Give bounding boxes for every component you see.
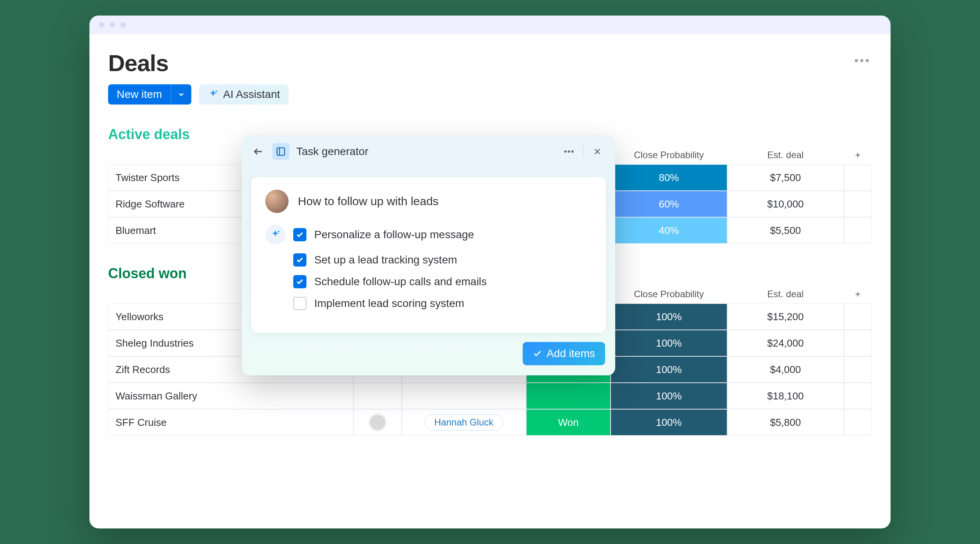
panel-icon bbox=[272, 143, 289, 160]
col-est-deal[interactable]: Est. deal bbox=[727, 146, 844, 164]
deal-value-cell[interactable]: $24,000 bbox=[727, 330, 844, 356]
owner-avatar[interactable] bbox=[369, 414, 386, 431]
ai-assistant-button[interactable]: AI Assistant bbox=[199, 84, 289, 105]
svg-rect-2 bbox=[277, 148, 285, 155]
page-title: Deals bbox=[108, 50, 168, 77]
add-column-icon[interactable]: + bbox=[844, 146, 872, 164]
check-icon bbox=[533, 349, 542, 358]
blank-cell bbox=[844, 164, 872, 191]
deal-value-cell[interactable]: $5,800 bbox=[727, 409, 844, 436]
deal-name[interactable]: Waissman Gallery bbox=[108, 383, 354, 409]
task-generator-panel: Task generator How to follow up with lea… bbox=[242, 135, 615, 375]
col-close-probability[interactable]: Close Probability bbox=[611, 285, 727, 303]
blank-cell bbox=[844, 191, 872, 217]
deal-name[interactable]: SFF Cruise bbox=[108, 409, 354, 436]
app-window: Deals New item AI Assistant Active deals bbox=[89, 16, 891, 528]
svg-point-9 bbox=[278, 231, 280, 233]
col-close-probability[interactable]: Close Probability bbox=[611, 146, 727, 164]
owner-cell[interactable] bbox=[354, 409, 402, 436]
deal-value-cell[interactable]: $7,500 bbox=[727, 164, 844, 191]
probability-cell[interactable]: 100% bbox=[611, 409, 727, 436]
panel-more-icon[interactable] bbox=[560, 143, 578, 160]
deal-value-cell[interactable]: $5,500 bbox=[727, 217, 844, 244]
task-label: Implement lead scoring system bbox=[314, 297, 464, 310]
col-est-deal[interactable]: Est. deal bbox=[727, 285, 844, 303]
blank-cell bbox=[844, 217, 872, 244]
panel-title: Task generator bbox=[296, 145, 553, 158]
deal-value-cell[interactable]: $15,200 bbox=[727, 303, 844, 330]
probability-cell[interactable]: 100% bbox=[611, 303, 727, 330]
owner-cell[interactable] bbox=[354, 383, 402, 409]
probability-cell[interactable]: 100% bbox=[611, 330, 727, 356]
svg-point-4 bbox=[564, 150, 567, 153]
probability-cell[interactable]: 60% bbox=[611, 191, 727, 217]
panel-prompt: How to follow up with leads bbox=[298, 195, 439, 208]
blank-cell bbox=[844, 330, 872, 356]
sparkle-icon bbox=[265, 225, 285, 245]
add-items-label: Add items bbox=[547, 347, 595, 360]
chevron-down-icon[interactable] bbox=[171, 84, 191, 105]
more-menu-icon[interactable] bbox=[855, 50, 872, 62]
task-checkbox[interactable] bbox=[293, 253, 306, 267]
stage-cell[interactable] bbox=[526, 383, 611, 409]
new-item-label: New item bbox=[108, 84, 171, 105]
svg-point-6 bbox=[571, 150, 574, 153]
probability-cell[interactable]: 100% bbox=[611, 356, 727, 383]
window-dot bbox=[121, 22, 126, 28]
task-label: Set up a lead tracking system bbox=[314, 254, 457, 266]
window-titlebar bbox=[89, 16, 891, 34]
svg-point-0 bbox=[215, 91, 217, 92]
probability-cell[interactable]: 100% bbox=[611, 383, 727, 409]
new-item-button[interactable]: New item bbox=[108, 84, 191, 105]
window-dot bbox=[110, 22, 115, 28]
task-checkbox[interactable] bbox=[293, 297, 306, 310]
deal-value-cell[interactable]: $10,000 bbox=[727, 191, 844, 217]
blank-cell bbox=[844, 409, 872, 436]
task-label: Schedule follow-up calls and emails bbox=[314, 275, 487, 288]
back-icon[interactable] bbox=[251, 145, 265, 159]
ai-assistant-label: AI Assistant bbox=[223, 88, 280, 101]
add-items-button[interactable]: Add items bbox=[523, 342, 606, 365]
probability-cell[interactable]: 80% bbox=[611, 164, 727, 191]
stage-cell[interactable]: Won bbox=[526, 409, 611, 436]
task-checkbox[interactable] bbox=[293, 228, 306, 241]
close-icon[interactable] bbox=[589, 143, 606, 160]
blank-cell bbox=[844, 383, 872, 409]
blank-cell bbox=[844, 356, 872, 383]
window-dot bbox=[99, 22, 104, 28]
contact-cell[interactable] bbox=[402, 383, 526, 409]
contact-cell[interactable]: Hannah Gluck bbox=[402, 409, 526, 436]
user-avatar bbox=[265, 190, 289, 213]
svg-point-5 bbox=[568, 150, 570, 153]
task-checkbox[interactable] bbox=[293, 275, 306, 288]
sparkle-icon bbox=[208, 89, 219, 100]
contact-pill[interactable]: Hannah Gluck bbox=[425, 414, 503, 431]
deal-value-cell[interactable]: $18,100 bbox=[727, 383, 844, 409]
probability-cell[interactable]: 40% bbox=[611, 217, 727, 244]
add-column-icon[interactable]: + bbox=[844, 285, 872, 303]
task-label: Personalize a follow-up message bbox=[314, 228, 474, 241]
deal-value-cell[interactable]: $4,000 bbox=[727, 356, 844, 383]
blank-cell bbox=[844, 303, 872, 330]
